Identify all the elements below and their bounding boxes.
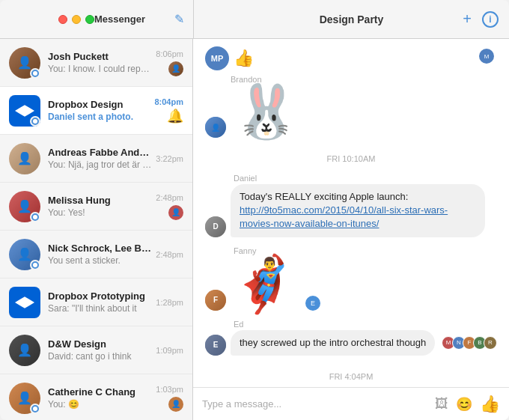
add-person-icon[interactable]: +: [463, 10, 472, 28]
convo-time-josh: 8:06pm: [156, 49, 183, 58]
photo-icon[interactable]: 🖼: [435, 396, 448, 412]
msg-group-daniel: D Daniel Today's REALLY exciting Apple l…: [205, 174, 497, 237]
msg-group-brandon-sticker: MP 👍 M 👤 Brandon: [205, 46, 497, 138]
online-badge-catherine: [30, 404, 40, 414]
avatar-wrap-dropbox: [9, 95, 40, 127]
convo-time-melissa: 2:48pm: [156, 193, 183, 202]
convo-preview-andreas: You: Njä, jag tror det är lugnt efter...: [48, 159, 151, 170]
avatar-wrap-dw: 👤: [9, 335, 40, 366]
msg-row-brandon-sticker: 👤 Brandon 🐰: [205, 75, 497, 138]
link-daniel[interactable]: http://9to5mac.com/2015/04/10/all-six-st…: [240, 204, 448, 229]
fullscreen-button[interactable]: [85, 15, 94, 24]
daniel-msg-wrap: Daniel Today's REALLY exciting Apple lau…: [231, 174, 485, 237]
convo-name-dw: D&W Design: [48, 338, 151, 350]
thumbsup-icon[interactable]: 👍: [480, 395, 500, 414]
sticker-bubble-wrap: Brandon 🐰: [231, 75, 299, 138]
convo-time-andreas: 3:22pm: [156, 154, 183, 163]
convo-item-melissa[interactable]: 👤 Melissa Hung You: Yes! 2:48pm 👤: [0, 183, 192, 231]
convo-item-nick[interactable]: 👤 Nick Schrock, Lee Byron, ... You sent …: [0, 231, 192, 279]
compose-icon[interactable]: ✎: [174, 12, 184, 26]
msg-group-ed: E Ed they screwed up the intro orchestra…: [205, 320, 497, 356]
convo-meta-catherine: 1:03pm 👤: [156, 385, 183, 412]
sticker-bunny: 🐰: [234, 85, 299, 138]
convo-meta-andreas: 3:22pm: [156, 154, 183, 163]
conversation-list: 👤 Josh Puckett You: I know. I could repr…: [0, 39, 193, 420]
convo-item-catherine[interactable]: 👤 Catherine C Chang You: 😊 1:03pm 👤: [0, 374, 192, 420]
convo-preview-catherine: You: 😊: [48, 399, 151, 410]
avatar-wrap-catherine: 👤: [9, 383, 40, 414]
convo-preview-josh: You: I know. I could reproduce. I h...: [48, 64, 151, 74]
avatar-wrap-nick: 👤: [9, 239, 40, 270]
convo-item-dw[interactable]: 👤 D&W Design David: cant go i think 1:09…: [0, 326, 192, 374]
msg-row-ed: E Ed they screwed up the intro orchestra…: [205, 320, 497, 356]
sender-label-daniel: Daniel: [234, 174, 485, 183]
message-input[interactable]: [202, 398, 427, 410]
bubble-ed: they screwed up the intro orchestral tho…: [231, 330, 435, 356]
convo-name-dropbox2: Dropbox Prototyping: [48, 290, 151, 302]
msg-avatar-ed: E: [205, 335, 226, 356]
avatar-mp: MP: [205, 46, 229, 70]
chat-area: MP 👍 M 👤 Brandon: [193, 39, 509, 420]
ed-msg-wrap: Ed they screwed up the intro orchestral …: [231, 320, 497, 356]
msg-avatar-daniel: D: [205, 216, 226, 237]
main-layout: 👤 Josh Puckett You: I know. I could repr…: [0, 39, 509, 420]
app-title: Messenger: [94, 13, 145, 25]
convo-item-dropbox2[interactable]: Dropbox Prototyping Sara: "I'll think ab…: [0, 279, 192, 326]
convo-name-dropbox: Dropbox Design: [48, 99, 150, 110]
convo-time-dw: 1:09pm: [156, 346, 183, 355]
convo-item-andreas[interactable]: 👤 Andreas Fabbe Andersson You: Njä, jag …: [0, 135, 192, 183]
reaction-thumbsup: 👍: [234, 49, 254, 68]
convo-time-nick: 2:48pm: [156, 250, 183, 259]
timestamp-fri-1010: FRI 10:10AM: [205, 154, 497, 163]
convo-name-catherine: Catherine C Chang: [48, 386, 151, 398]
convo-info-andreas: Andreas Fabbe Andersson You: Njä, jag tr…: [48, 147, 151, 170]
convo-info-dropbox: Dropbox Design Daniel sent a photo.: [48, 99, 150, 122]
avatar-andreas: 👤: [9, 143, 40, 174]
convo-info-catherine: Catherine C Chang You: 😊: [48, 386, 151, 410]
convo-preview-melissa: You: Yes!: [48, 207, 151, 218]
right-side-avatar: M: [479, 49, 494, 64]
convo-meta-nick: 2:48pm: [156, 250, 183, 259]
sidebar-header: Messenger ✎: [0, 13, 193, 25]
fanny-msg-wrap: Fanny 🦸‍♂️ E: [231, 246, 298, 311]
minimize-button[interactable]: [72, 15, 81, 24]
emoji-icon[interactable]: 😊: [456, 396, 472, 413]
convo-preview-dropbox2: Sara: "I'll think about it: [48, 303, 151, 314]
close-button[interactable]: [58, 15, 67, 24]
timestamp-fri-404: FRI 4:04PM: [205, 372, 497, 381]
group-read-avatars: M N F B R: [445, 336, 497, 350]
avatar-dw: 👤: [9, 335, 40, 366]
convo-meta-dropbox2: 1:28pm: [156, 298, 183, 307]
chat-title: Design Party: [320, 13, 384, 25]
convo-meta-josh: 8:06pm 👤: [156, 49, 183, 76]
convo-name-josh: Josh Puckett: [48, 51, 151, 62]
msg-avatar-fanny: F: [205, 290, 226, 311]
convo-item-dropbox[interactable]: Dropbox Design Daniel sent a photo. 8:04…: [0, 87, 192, 135]
convo-meta-melissa: 2:48pm 👤: [156, 193, 183, 220]
convo-time-dropbox: 8:04pm: [154, 97, 183, 106]
avatar-wrap-melissa: 👤: [9, 191, 40, 222]
convo-preview-nick: You sent a sticker.: [48, 255, 151, 266]
chat-header: Design Party + i: [193, 0, 509, 38]
input-bar: 🖼 😊 👍: [193, 387, 509, 420]
convo-preview-dw: David: cant go i think: [48, 351, 151, 362]
convo-info-melissa: Melissa Hung You: Yes!: [48, 195, 151, 218]
msg-avatar-brandon: 👤: [205, 117, 226, 138]
convo-time-dropbox2: 1:28pm: [156, 298, 183, 307]
convo-item-josh[interactable]: 👤 Josh Puckett You: I know. I could repr…: [0, 39, 192, 87]
convo-name-andreas: Andreas Fabbe Andersson: [48, 147, 151, 158]
info-icon[interactable]: i: [482, 11, 499, 28]
sticker-ranger: 🦸‍♂️: [231, 257, 298, 311]
convo-meta-dw: 1:09pm: [156, 346, 183, 355]
avatar-dropbox2: [9, 287, 40, 318]
message-list: MP 👍 M 👤 Brandon: [193, 39, 509, 387]
msg-group-fanny: F Fanny 🦸‍♂️ E: [205, 246, 497, 311]
title-bar: Messenger ✎ Design Party + i: [0, 0, 509, 39]
convo-info-josh: Josh Puckett You: I know. I could reprod…: [48, 51, 151, 74]
header-icons: + i: [463, 10, 499, 28]
convo-preview-dropbox: Daniel sent a photo.: [48, 112, 150, 122]
convo-info-nick: Nick Schrock, Lee Byron, ... You sent a …: [48, 243, 151, 266]
online-badge-nick: [30, 260, 40, 270]
avatar-wrap-andreas: 👤: [9, 143, 40, 174]
convo-info-dw: D&W Design David: cant go i think: [48, 338, 151, 362]
